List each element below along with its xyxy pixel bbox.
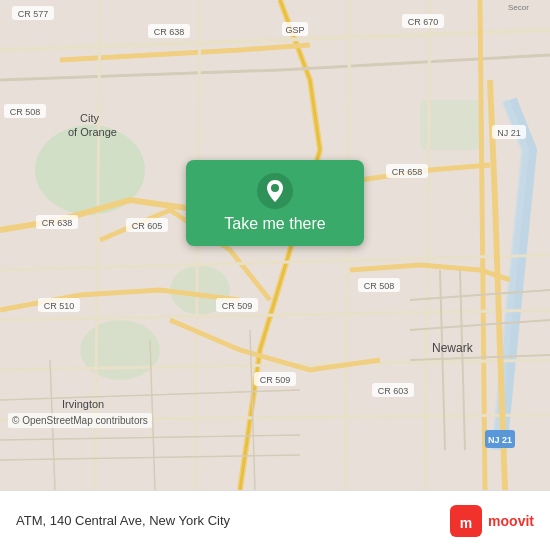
take-me-there-label: Take me there <box>224 215 325 233</box>
svg-text:CR 508: CR 508 <box>10 107 41 117</box>
svg-text:CR 509: CR 509 <box>260 375 291 385</box>
svg-text:Secor: Secor <box>508 3 529 12</box>
svg-text:Irvington: Irvington <box>62 398 104 410</box>
moovit-text: moovit <box>488 513 534 529</box>
svg-text:of Orange: of Orange <box>68 126 117 138</box>
svg-text:CR 658: CR 658 <box>392 167 423 177</box>
location-text: ATM, 140 Central Ave, New York City <box>16 513 450 528</box>
svg-text:CR 638: CR 638 <box>42 218 73 228</box>
svg-text:CR 638: CR 638 <box>154 27 185 37</box>
map-container[interactable]: NJ 21 CR 577 CR 638 GSP CR 670 CR 508 NJ… <box>0 0 550 490</box>
svg-text:NJ 21: NJ 21 <box>488 435 512 445</box>
svg-text:CR 510: CR 510 <box>44 301 75 311</box>
take-me-there-button[interactable]: Take me there <box>186 160 364 246</box>
svg-text:GSP: GSP <box>285 25 304 35</box>
bottom-bar: ATM, 140 Central Ave, New York City m mo… <box>0 490 550 550</box>
moovit-logo: m moovit <box>450 505 534 537</box>
location-pin-icon <box>257 173 293 209</box>
svg-text:CR 508: CR 508 <box>364 281 395 291</box>
moovit-logo-icon: m <box>450 505 482 537</box>
svg-text:CR 577: CR 577 <box>18 9 49 19</box>
svg-point-3 <box>80 320 160 380</box>
svg-text:City: City <box>80 112 99 124</box>
svg-point-41 <box>271 184 279 192</box>
copyright-text: © OpenStreetMap contributors <box>8 413 152 428</box>
svg-text:CR 509: CR 509 <box>222 301 253 311</box>
svg-text:CR 605: CR 605 <box>132 221 163 231</box>
svg-text:CR 670: CR 670 <box>408 17 439 27</box>
svg-text:Newark: Newark <box>432 341 474 355</box>
svg-text:m: m <box>460 515 472 531</box>
svg-text:NJ 21: NJ 21 <box>497 128 521 138</box>
svg-text:CR 603: CR 603 <box>378 386 409 396</box>
